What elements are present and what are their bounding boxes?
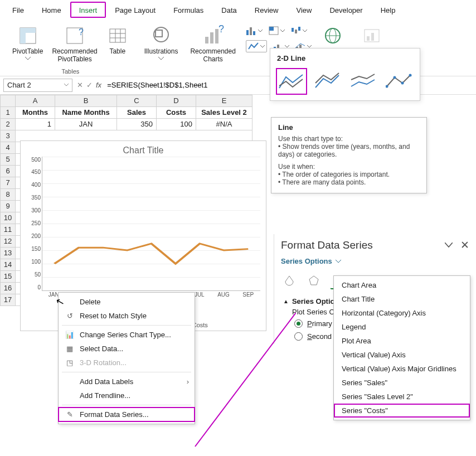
tab-home[interactable]: Home xyxy=(33,2,70,18)
pivottable-button[interactable]: PivotTable xyxy=(10,23,45,65)
close-pane-icon[interactable]: ✕ xyxy=(460,239,469,251)
cel-series-sales[interactable]: Series "Sales" xyxy=(334,376,470,390)
illus-label: Illustrations xyxy=(144,48,178,56)
row-3[interactable]: 3 xyxy=(1,130,16,142)
cell-E2[interactable]: #N/A xyxy=(196,118,252,130)
row-14[interactable]: 14 xyxy=(1,259,16,270)
chart-title[interactable]: Chart Title xyxy=(21,141,266,157)
ctx-select-data[interactable]: ▦Select Data... xyxy=(59,342,195,356)
row-15[interactable]: 15 xyxy=(1,270,16,282)
cel-v-axis[interactable]: Vertical (Value) Axis xyxy=(334,348,470,362)
table-button[interactable]: Table xyxy=(104,23,131,65)
row-1[interactable]: 1 xyxy=(1,106,16,118)
cell-B1[interactable]: Name Months xyxy=(55,106,117,118)
cel-series-sales2[interactable]: Series "Sales Level 2" xyxy=(334,390,470,404)
row-11[interactable]: 11 xyxy=(1,224,16,235)
row-8[interactable]: 8 xyxy=(1,188,16,200)
recommended-pivot-button[interactable]: ? Recommended PivotTables xyxy=(50,23,99,65)
fx-icon[interactable]: fx xyxy=(96,81,101,89)
row-12[interactable]: 12 xyxy=(1,235,16,247)
row-4[interactable]: 4 xyxy=(1,142,16,153)
select-all[interactable] xyxy=(1,95,16,106)
tab-page-layout[interactable]: Page Layout xyxy=(106,2,164,18)
line-chart-button[interactable] xyxy=(246,40,267,52)
cel-plot-area[interactable]: Plot Area xyxy=(334,334,470,348)
ctx-format-data-series[interactable]: ✎Format Data Series... xyxy=(59,408,195,421)
row-17[interactable]: 17 xyxy=(1,294,16,305)
svg-rect-22 xyxy=(295,30,297,33)
col-D[interactable]: D xyxy=(157,95,196,106)
illustrations-button[interactable]: Illustrations xyxy=(142,23,181,61)
costs-line[interactable] xyxy=(42,157,260,290)
series-options-dropdown[interactable]: Series Options xyxy=(274,256,476,270)
cel-legend[interactable]: Legend xyxy=(334,320,470,334)
cel-series-costs[interactable]: Series "Costs" xyxy=(334,404,470,418)
recpivot-label: Recommended PivotTables xyxy=(52,48,97,64)
collapse-pane-icon[interactable] xyxy=(445,239,453,251)
row-5[interactable]: 5 xyxy=(1,153,16,165)
cel-chart-title[interactable]: Chart Title xyxy=(334,292,470,306)
tab-developer[interactable]: Developer xyxy=(320,2,371,18)
col-C[interactable]: C xyxy=(117,95,157,106)
recommended-charts-button[interactable]: ? Recommended Charts xyxy=(188,23,237,65)
cel-h-axis[interactable]: Horizontal (Category) Axis xyxy=(334,306,470,320)
tooltip-title: Line xyxy=(278,123,420,132)
cel-v-axis-gridlines[interactable]: Vertical (Value) Axis Major Gridlines xyxy=(334,362,470,376)
line-basic-thumb[interactable] xyxy=(276,68,307,95)
format-icon: ✎ xyxy=(65,410,74,419)
tab-insert[interactable]: Insert xyxy=(70,2,106,18)
row-7[interactable]: 7 xyxy=(1,177,16,188)
col-B[interactable]: B xyxy=(55,95,117,106)
reccharts-label: Recommended Charts xyxy=(190,48,235,64)
waterfall-chart-button[interactable] xyxy=(290,26,307,36)
col-A[interactable]: A xyxy=(16,95,55,106)
tab-file[interactable]: File xyxy=(3,2,33,18)
tab-help[interactable]: Help xyxy=(372,2,405,18)
tab-formulas[interactable]: Formulas xyxy=(164,2,212,18)
row-10[interactable]: 10 xyxy=(1,212,16,224)
tab-review[interactable]: Review xyxy=(246,2,288,18)
chart-icon: ? xyxy=(202,25,224,47)
svg-text:?: ? xyxy=(79,27,84,37)
column-chart-button[interactable] xyxy=(246,26,263,36)
chart-plot[interactable]: 500450400350300250200150100500 JANFEBMAR… xyxy=(21,157,266,302)
ctx-change-type[interactable]: 📊Change Series Chart Type... xyxy=(59,328,195,342)
cell-D2[interactable]: 100 xyxy=(157,118,196,130)
cell-B2[interactable]: JAN xyxy=(55,118,117,130)
chevron-down-icon xyxy=(64,84,69,86)
ctx-delete[interactable]: Delete xyxy=(59,295,195,309)
line-markers-thumb[interactable] xyxy=(384,68,414,94)
line-100stacked-thumb[interactable] xyxy=(348,68,378,94)
tab-view[interactable]: View xyxy=(287,2,320,18)
name-box[interactable]: Chart 2 xyxy=(3,79,72,92)
row-6[interactable]: 6 xyxy=(1,165,16,177)
cancel-icon[interactable]: ✕ xyxy=(77,81,83,89)
table-icon xyxy=(106,25,129,47)
row-16[interactable]: 16 xyxy=(1,282,16,294)
row-2[interactable]: 2 xyxy=(1,118,16,130)
cel-chart-area[interactable]: Chart Area xyxy=(334,278,470,292)
cell-C1[interactable]: Sales xyxy=(117,106,157,118)
cell-C2[interactable]: 350 xyxy=(117,118,157,130)
pivottable-icon xyxy=(17,25,39,47)
cell-E1[interactable]: Sales Level 2 xyxy=(196,106,252,118)
row-13[interactable]: 13 xyxy=(1,247,16,259)
svg-rect-12 xyxy=(205,37,208,43)
enter-icon[interactable]: ✓ xyxy=(86,81,93,89)
col-E[interactable]: E xyxy=(196,95,252,106)
fill-line-tab[interactable] xyxy=(281,272,298,289)
cell-D1[interactable]: Costs xyxy=(157,106,196,118)
ctx-add-trendline[interactable]: Add Trendline... xyxy=(59,389,195,402)
tab-data[interactable]: Data xyxy=(212,2,245,18)
ctx-add-data-labels[interactable]: Add Data Labels› xyxy=(59,375,195,389)
svg-rect-18 xyxy=(253,31,255,35)
ctx-reset[interactable]: ↺Reset to Match Style xyxy=(59,309,195,323)
svg-rect-16 xyxy=(246,30,249,35)
line-stacked-thumb[interactable] xyxy=(313,68,343,94)
chevron-down-icon xyxy=(336,260,341,263)
effects-tab[interactable] xyxy=(305,272,322,289)
row-9[interactable]: 9 xyxy=(1,200,16,212)
cell-A2[interactable]: 1 xyxy=(16,118,55,130)
cell-A1[interactable]: Months xyxy=(16,106,55,118)
hierarchy-chart-button[interactable] xyxy=(268,26,285,36)
